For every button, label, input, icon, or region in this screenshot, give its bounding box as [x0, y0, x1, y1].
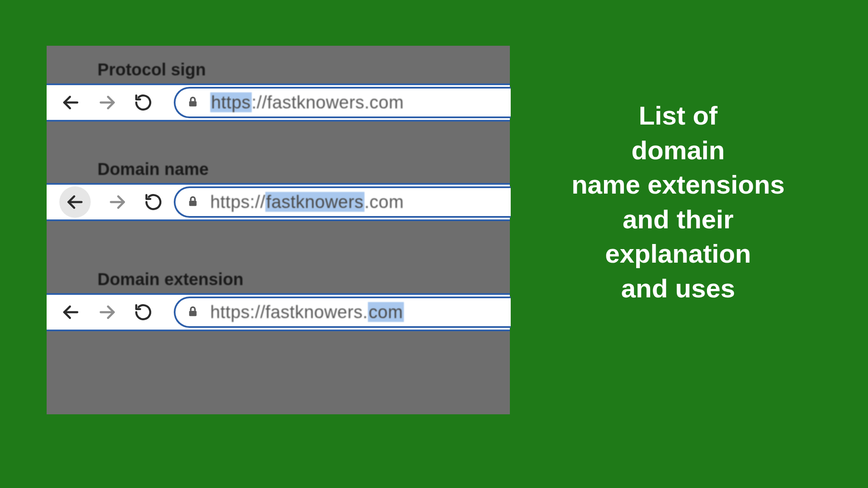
forward-arrow-icon[interactable] — [97, 93, 117, 112]
example-label: Protocol sign — [47, 60, 510, 79]
url-highlight: https — [210, 92, 252, 112]
nav-buttons — [47, 302, 174, 322]
url-text: https://fastknowers.com — [210, 92, 404, 113]
browser-bar: https://fastknowers.com — [47, 83, 510, 122]
title-line: List of — [521, 99, 835, 132]
svg-rect-2 — [189, 101, 197, 107]
lock-icon — [186, 194, 199, 210]
title-line: domain — [521, 134, 835, 167]
lock-icon — [186, 304, 199, 320]
url-highlight: fastknowers — [265, 192, 364, 212]
address-bar[interactable]: https://fastknowers.com — [174, 87, 511, 118]
back-arrow-icon[interactable] — [59, 186, 91, 218]
title-line: and uses — [521, 272, 835, 305]
nav-buttons — [47, 93, 174, 112]
example-protocol-sign: Protocol sign https://fastknowers.com — [47, 46, 510, 122]
reload-icon[interactable] — [134, 93, 153, 112]
reload-icon[interactable] — [134, 303, 153, 322]
url-text: https://fastknowers.com — [210, 192, 404, 212]
title-line: name extensions — [521, 168, 835, 201]
svg-rect-5 — [189, 201, 197, 206]
example-label: Domain extension — [47, 270, 510, 289]
nav-buttons — [47, 186, 174, 218]
examples-panel: Protocol sign https://fastknowers.com — [47, 46, 510, 414]
address-bar[interactable]: https://fastknowers.com — [174, 297, 511, 328]
forward-arrow-icon[interactable] — [108, 192, 127, 212]
page-title: List of domain name extensions and their… — [521, 97, 835, 306]
title-line: explanation — [521, 237, 835, 270]
url-highlight: com — [368, 302, 404, 322]
example-domain-name: Domain name https://fastknowers.com — [47, 122, 510, 221]
back-arrow-icon[interactable] — [61, 302, 81, 322]
browser-bar: https://fastknowers.com — [47, 183, 510, 221]
reload-icon[interactable] — [144, 193, 163, 211]
lock-icon — [186, 94, 199, 111]
example-label: Domain name — [47, 160, 510, 179]
forward-arrow-icon[interactable] — [97, 302, 117, 322]
example-domain-extension: Domain extension https://fastknowers.com — [47, 221, 510, 331]
browser-bar: https://fastknowers.com — [47, 293, 510, 331]
svg-rect-8 — [189, 311, 197, 316]
back-arrow-icon[interactable] — [61, 93, 81, 112]
address-bar[interactable]: https://fastknowers.com — [174, 186, 511, 218]
title-line: and their — [521, 203, 835, 236]
url-text: https://fastknowers.com — [210, 302, 404, 322]
